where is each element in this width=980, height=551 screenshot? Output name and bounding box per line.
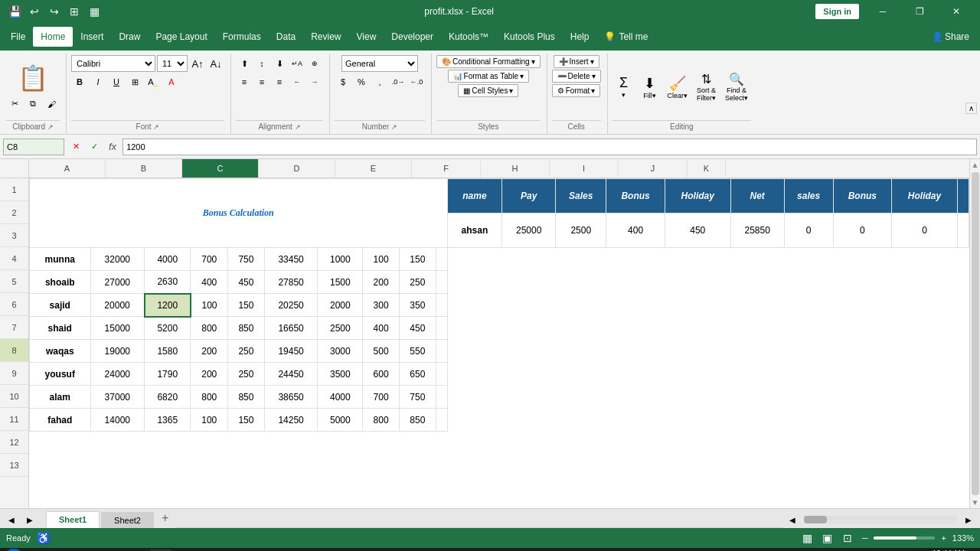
cell-empty-11[interactable] xyxy=(436,363,447,386)
row-header-12[interactable]: 12 xyxy=(0,431,28,454)
cell-sales2-8[interactable]: 2000 xyxy=(318,294,363,317)
cell-name-12[interactable]: alam xyxy=(30,386,91,409)
header-pay[interactable]: Pay xyxy=(502,179,556,214)
align-bottom-button[interactable]: ⬇ xyxy=(271,55,288,72)
cell-sales-6[interactable]: 4000 xyxy=(145,248,191,271)
cell-sales-5[interactable]: 2500 xyxy=(556,214,606,248)
menu-page-layout[interactable]: Page Layout xyxy=(148,27,214,47)
cell-sales-13[interactable]: 1365 xyxy=(145,409,191,432)
sheet-tab-sheet2[interactable]: Sheet2 xyxy=(101,512,154,528)
cell-holiday-12[interactable]: 850 xyxy=(228,386,265,409)
cell-holiday-6[interactable]: 750 xyxy=(228,248,265,271)
menu-home[interactable]: Home xyxy=(33,27,73,47)
currency-button[interactable]: $ xyxy=(335,73,351,90)
align-center-button[interactable]: ≡ xyxy=(253,73,270,90)
cell-holiday-10[interactable]: 250 xyxy=(228,340,265,363)
view-layout-button[interactable]: ▣ xyxy=(819,530,836,546)
menu-file[interactable]: File xyxy=(3,27,33,47)
accessibility-icon[interactable]: ♿ xyxy=(37,532,50,544)
menu-share[interactable]: 👤 Share xyxy=(924,27,977,47)
cell-empty-9[interactable] xyxy=(436,317,447,340)
cell-holiday2-5[interactable]: 0 xyxy=(891,214,957,248)
cell-holiday-9[interactable]: 850 xyxy=(228,317,265,340)
confirm-formula-button[interactable]: ✓ xyxy=(86,139,103,155)
col-header-E[interactable]: E xyxy=(335,159,412,178)
cell-net-11[interactable]: 24450 xyxy=(264,363,318,386)
header-empty[interactable] xyxy=(958,179,969,214)
cell-bonus-10[interactable]: 200 xyxy=(191,340,228,363)
view-page-break-button[interactable]: ⊡ xyxy=(839,530,856,546)
cut-button[interactable]: ✂ xyxy=(6,96,23,112)
align-top-button[interactable]: ⬆ xyxy=(236,55,253,72)
col-header-A[interactable]: A xyxy=(29,159,106,178)
cell-sales2-12[interactable]: 4000 xyxy=(318,386,363,409)
merge-button[interactable]: ⊕ xyxy=(306,55,323,72)
cell-empty-7[interactable] xyxy=(436,271,447,294)
scroll-left-button[interactable]: ◀ xyxy=(784,511,801,528)
row-header-7[interactable]: 7 xyxy=(0,316,28,339)
cell-net-9[interactable]: 16650 xyxy=(264,317,318,340)
paste-button[interactable]: 📋 xyxy=(13,62,53,94)
header-holiday2[interactable]: Holiday xyxy=(891,179,957,214)
cell-bonus-9[interactable]: 800 xyxy=(191,317,228,340)
clear-button[interactable]: 🧹 Clear▾ xyxy=(665,73,691,101)
cell-holiday2-8[interactable]: 350 xyxy=(399,294,436,317)
menu-kutools-plus[interactable]: Kutools Plus xyxy=(496,27,563,47)
row-header-13[interactable]: 13 xyxy=(0,454,28,477)
comma-button[interactable]: , xyxy=(371,73,388,90)
sort-filter-button[interactable]: ⇅ Sort & Filter▾ xyxy=(694,70,719,103)
cell-name-13[interactable]: fahad xyxy=(30,409,91,432)
cell-empty-5[interactable] xyxy=(958,214,969,248)
col-header-D[interactable]: D xyxy=(259,159,335,178)
header-sales[interactable]: Sales xyxy=(556,179,606,214)
cell-holiday2-9[interactable]: 450 xyxy=(399,317,436,340)
vertical-scrollbar[interactable]: ▲ ▼ xyxy=(969,159,980,508)
spreadsheet-title[interactable]: Bonus Calculation xyxy=(30,179,448,248)
cell-pay-10[interactable]: 19000 xyxy=(90,340,145,363)
menu-data[interactable]: Data xyxy=(269,27,303,47)
cell-empty-10[interactable] xyxy=(436,340,447,363)
row-header-4[interactable]: 4 xyxy=(0,247,28,270)
menu-help[interactable]: Help xyxy=(563,27,597,47)
cell-name-11[interactable]: yousuf xyxy=(30,363,91,386)
cell-bonus2-12[interactable]: 700 xyxy=(363,386,400,409)
cell-net-8[interactable]: 20250 xyxy=(264,294,318,317)
menu-insert[interactable]: Insert xyxy=(73,27,111,47)
format-as-table-button[interactable]: 📊 Format as Table ▾ xyxy=(448,70,530,83)
cell-holiday-11[interactable]: 250 xyxy=(228,363,265,386)
bold-button[interactable]: B xyxy=(71,73,88,90)
scroll-right-button[interactable]: ▶ xyxy=(960,511,977,528)
cell-name-5[interactable]: ahsan xyxy=(447,214,502,248)
wrap-text-button[interactable]: ↵A xyxy=(289,55,305,72)
italic-button[interactable]: I xyxy=(90,73,106,90)
zoom-out-button[interactable]: ─ xyxy=(862,533,868,543)
cell-holiday-13[interactable]: 150 xyxy=(228,409,265,432)
align-left-button[interactable]: ≡ xyxy=(236,73,253,90)
cell-net-5[interactable]: 25850 xyxy=(730,214,784,248)
border-button[interactable]: ⊞ xyxy=(126,73,143,90)
delete-button[interactable]: ➖ Delete ▾ xyxy=(552,70,601,83)
cell-sales2-13[interactable]: 5000 xyxy=(318,409,363,432)
header-sales2[interactable]: sales xyxy=(784,179,833,214)
underline-button[interactable]: U xyxy=(108,73,125,90)
cell-holiday2-13[interactable]: 850 xyxy=(399,409,436,432)
view-normal-button[interactable]: ▦ xyxy=(799,530,816,546)
cell-sales-10[interactable]: 1580 xyxy=(145,340,191,363)
find-select-button[interactable]: 🔍 Find & Select▾ xyxy=(722,70,751,103)
close-button[interactable]: ✕ xyxy=(939,0,974,23)
cell-bonus2-8[interactable]: 300 xyxy=(363,294,400,317)
cell-bonus-13[interactable]: 100 xyxy=(191,409,228,432)
cell-net-12[interactable]: 38650 xyxy=(264,386,318,409)
cell-pay-13[interactable]: 14000 xyxy=(90,409,145,432)
cell-holiday2-11[interactable]: 650 xyxy=(399,363,436,386)
header-bonus2[interactable]: Bonus xyxy=(833,179,891,214)
cell-pay-8[interactable]: 20000 xyxy=(90,294,145,317)
cell-name-7[interactable]: shoaib xyxy=(30,271,91,294)
cell-styles-button[interactable]: ▦ Cell Styles ▾ xyxy=(458,84,518,97)
restore-button[interactable]: ❐ xyxy=(902,0,937,23)
row-header-1[interactable]: 1 xyxy=(0,178,28,201)
cell-sales2-9[interactable]: 2500 xyxy=(318,317,363,340)
cell-reference-input[interactable] xyxy=(3,139,64,155)
cell-net-13[interactable]: 14250 xyxy=(264,409,318,432)
menu-draw[interactable]: Draw xyxy=(111,27,148,47)
